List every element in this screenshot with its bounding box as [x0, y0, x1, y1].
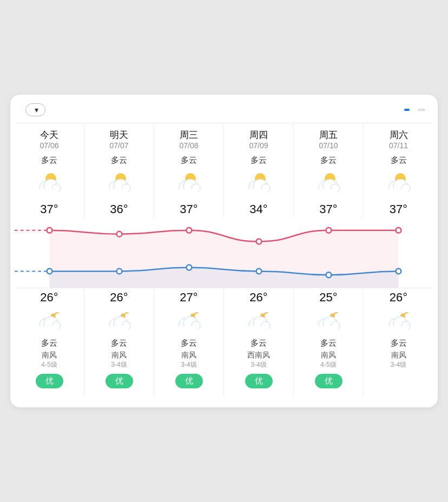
weather-icon-day [384, 169, 414, 199]
weather-label-night: 多云 [181, 336, 197, 351]
quality-badge: 优 [315, 374, 342, 388]
temp-high: 37° [390, 200, 407, 217]
day-date: 07/09 [249, 141, 268, 153]
quality-badge: 优 [106, 374, 133, 388]
day-date: 07/06 [39, 141, 58, 153]
weather-label-night: 多云 [320, 336, 337, 351]
weather-label-day: 多云 [41, 153, 57, 168]
temp-low: 26° [110, 288, 128, 306]
chevron-down-icon: ▾ [35, 105, 38, 114]
weather-icon-night [175, 307, 203, 335]
quality-badge: 优 [36, 374, 63, 388]
day-column-bottom-0: 26° 多云 南风 4-5级 优 [15, 288, 84, 397]
temp-low: 25° [319, 288, 337, 306]
day-date: 07/10 [319, 141, 338, 153]
wind-direction: 南风 [111, 351, 127, 360]
temp-high: 37° [40, 200, 58, 217]
svg-rect-9 [109, 189, 128, 194]
svg-rect-51 [109, 326, 128, 332]
svg-point-32 [47, 228, 52, 233]
weather-icon-night [385, 307, 413, 335]
weather-label-night: 多云 [391, 336, 407, 351]
weather-icon-day [243, 169, 274, 199]
weather-label-night: 多云 [41, 336, 57, 351]
wind-direction: 南风 [391, 351, 406, 360]
header: ▾ [15, 103, 433, 123]
wind-direction: 南风 [321, 351, 336, 360]
chart-type-button[interactable]: ▾ [25, 103, 45, 116]
wind-level: 3-4级 [251, 360, 266, 374]
temp-low: 26° [40, 288, 58, 306]
svg-point-39 [256, 268, 262, 274]
day-date: 07/08 [179, 141, 198, 153]
day-column-5: 周六 07/11 多云 37° [364, 123, 433, 217]
weather-icon-night [314, 307, 342, 335]
day-column-0: 今天 07/06 多云 37° [15, 123, 84, 217]
day-name: 今天 [40, 123, 58, 141]
weather-label-day: 多云 [320, 153, 337, 168]
ad-badge [404, 109, 410, 111]
temp-high: 36° [110, 200, 128, 217]
svg-rect-4 [39, 189, 58, 194]
svg-rect-63 [319, 326, 338, 332]
day-column-1: 明天 07/07 多云 36° [84, 123, 154, 217]
temp-high: 37° [319, 200, 337, 217]
svg-rect-55 [179, 326, 198, 332]
svg-point-43 [396, 268, 401, 274]
weather-label-day: 多云 [181, 153, 197, 168]
wind-level: 4-5级 [320, 360, 336, 374]
svg-point-41 [326, 272, 332, 278]
day-column-3: 周四 07/09 多云 34° [224, 123, 294, 217]
day-name: 周四 [249, 123, 268, 141]
svg-point-35 [117, 268, 122, 274]
svg-rect-14 [179, 189, 198, 194]
quality-badge: 优 [175, 374, 203, 388]
day-column-bottom-5: 26° 多云 南风 3-4级 [364, 288, 433, 397]
svg-rect-47 [39, 326, 58, 332]
ad-section [404, 109, 429, 111]
wind-level: 3-4级 [111, 360, 127, 374]
day-column-bottom-4: 25° 多云 南风 4-5级 优 [294, 288, 364, 397]
day-date: 07/11 [389, 141, 408, 153]
wind-level: 3-4级 [391, 360, 406, 374]
weather-label-day: 多云 [391, 153, 407, 168]
svg-rect-59 [249, 326, 268, 332]
day-name: 周六 [390, 123, 408, 141]
day-name: 周三 [180, 123, 198, 141]
svg-rect-19 [249, 189, 268, 194]
weather-label-day: 多云 [251, 153, 267, 168]
day-column-bottom-1: 26° 多云 南风 3-4级 优 [84, 288, 154, 397]
day-name: 周五 [319, 123, 338, 141]
temp-high: 34° [249, 200, 267, 217]
weather-label-night: 多云 [111, 336, 127, 351]
weather-icon-day [34, 169, 64, 199]
svg-point-33 [47, 268, 52, 274]
weather-icon-day [104, 169, 134, 199]
svg-point-40 [326, 228, 332, 233]
ad-tag [418, 109, 425, 111]
weather-card: ▾ 今天 07/06 多云 37° 明天 07/07 多云 [10, 95, 438, 407]
weather-icon-day [174, 169, 204, 199]
wind-level: 3-4级 [181, 360, 196, 374]
weather-label-day: 多云 [111, 153, 127, 168]
svg-point-34 [117, 232, 122, 237]
wind-direction: 西南风 [247, 351, 270, 360]
wind-direction: 南风 [181, 351, 196, 360]
weather-icon-night [105, 307, 133, 335]
svg-point-42 [396, 228, 401, 233]
svg-point-38 [256, 239, 262, 244]
temp-low: 27° [180, 288, 197, 306]
weather-grid-top: 今天 07/06 多云 37° 明天 07/07 多云 36° 周三 07/08… [15, 123, 433, 217]
svg-rect-24 [319, 189, 338, 194]
wind-direction: 南风 [42, 351, 57, 360]
svg-point-37 [187, 265, 192, 270]
day-name: 明天 [110, 123, 128, 141]
day-column-bottom-3: 26° 多云 西南风 3-4级 优 [224, 288, 294, 397]
svg-rect-67 [389, 326, 408, 332]
wind-level: 4-5级 [41, 360, 57, 374]
svg-rect-29 [389, 189, 408, 194]
quality-badge: 优 [245, 374, 273, 388]
day-column-2: 周三 07/08 多云 37° [154, 123, 224, 217]
temp-low: 26° [249, 288, 267, 306]
day-column-4: 周五 07/10 多云 37° [294, 123, 364, 217]
